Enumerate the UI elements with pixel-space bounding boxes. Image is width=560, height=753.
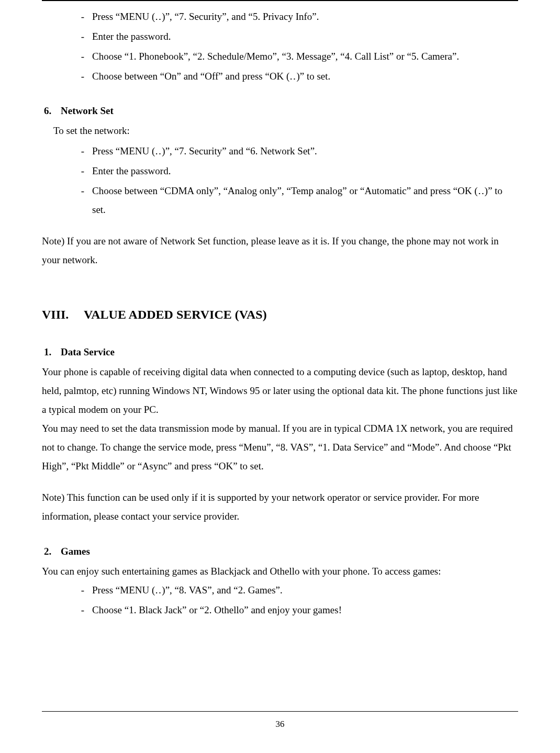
section-title: VALUE ADDED SERVICE (VAS) xyxy=(84,303,267,327)
page-content: - Press “MENU (‥)”, “7. Security”, and “… xyxy=(42,0,518,712)
page-number: 36 xyxy=(42,712,518,733)
subsection-num: 6. xyxy=(44,102,61,120)
bullet-text: Enter the password. xyxy=(92,162,518,181)
bullet-text: Choose “1. Black Jack” or “2. Othello” a… xyxy=(92,601,518,620)
list-item: - Press “MENU (‥)”, “7. Security”, and “… xyxy=(73,7,518,26)
subsection-6-heading: 6. Network Set xyxy=(42,102,518,120)
section2-intro: You can enjoy such entertaining games as… xyxy=(42,562,518,581)
bullet-dash: - xyxy=(73,581,92,600)
list-item: - Enter the password. xyxy=(73,27,518,46)
subsection-title: Games xyxy=(61,542,90,561)
top-bullet-list: - Press “MENU (‥)”, “7. Security”, and “… xyxy=(73,7,518,86)
bullet-text: Choose between “On” and “Off” and press … xyxy=(92,67,518,86)
bullet-dash: - xyxy=(73,162,92,181)
section6-bullet-list: - Press “MENU (‥)”, “7. Security” and “6… xyxy=(73,142,518,219)
subsection-title: Network Set xyxy=(61,102,114,120)
bullet-text: Choose between “CDMA only”, “Analog only… xyxy=(92,182,518,219)
section-roman: VIII. xyxy=(42,303,84,327)
section-viii-heading: VIII. VALUE ADDED SERVICE (VAS) xyxy=(42,303,518,327)
list-item: - Choose “1. Black Jack” or “2. Othello”… xyxy=(73,601,518,620)
bullet-dash: - xyxy=(73,7,92,26)
subsection-2-heading: 2. Games xyxy=(42,542,518,561)
section2-bullet-list: - Press “MENU (‥)”, “8. VAS”, and “2. Ga… xyxy=(73,581,518,620)
bullet-text: Press “MENU (‥)”, “7. Security” and “6. … xyxy=(92,142,518,161)
bullet-text: Enter the password. xyxy=(92,27,518,46)
bullet-dash: - xyxy=(73,47,92,66)
subsection-num: 1. xyxy=(44,343,61,362)
bullet-dash: - xyxy=(73,601,92,620)
bullet-dash: - xyxy=(73,27,92,46)
section1-para2: You may need to set the data transmissio… xyxy=(42,419,518,476)
list-item: - Press “MENU (‥)”, “8. VAS”, and “2. Ga… xyxy=(73,581,518,600)
list-item: - Choose between “CDMA only”, “Analog on… xyxy=(73,182,518,219)
section1-para1: Your phone is capable of receiving digit… xyxy=(42,363,518,419)
subsection-1-heading: 1. Data Service xyxy=(42,343,518,362)
subsection-6-intro: To set the network: xyxy=(53,121,518,140)
subsection-title: Data Service xyxy=(61,343,115,362)
list-item: - Choose “1. Phonebook”, “2. Schedule/Me… xyxy=(73,47,518,66)
list-item: - Enter the password. xyxy=(73,162,518,181)
bullet-text: Press “MENU (‥)”, “7. Security”, and “5.… xyxy=(92,7,518,26)
list-item: - Choose between “On” and “Off” and pres… xyxy=(73,67,518,86)
bullet-dash: - xyxy=(73,67,92,86)
section6-note: Note) If you are not aware of Network Se… xyxy=(42,232,518,269)
subsection-num: 2. xyxy=(44,542,61,561)
bullet-dash: - xyxy=(73,182,92,219)
bullet-text: Choose “1. Phonebook”, “2. Schedule/Memo… xyxy=(92,47,518,66)
section1-note: Note) This function can be used only if … xyxy=(42,488,518,526)
list-item: - Press “MENU (‥)”, “7. Security” and “6… xyxy=(73,142,518,161)
bullet-dash: - xyxy=(73,142,92,161)
bullet-text: Press “MENU (‥)”, “8. VAS”, and “2. Game… xyxy=(92,581,518,600)
